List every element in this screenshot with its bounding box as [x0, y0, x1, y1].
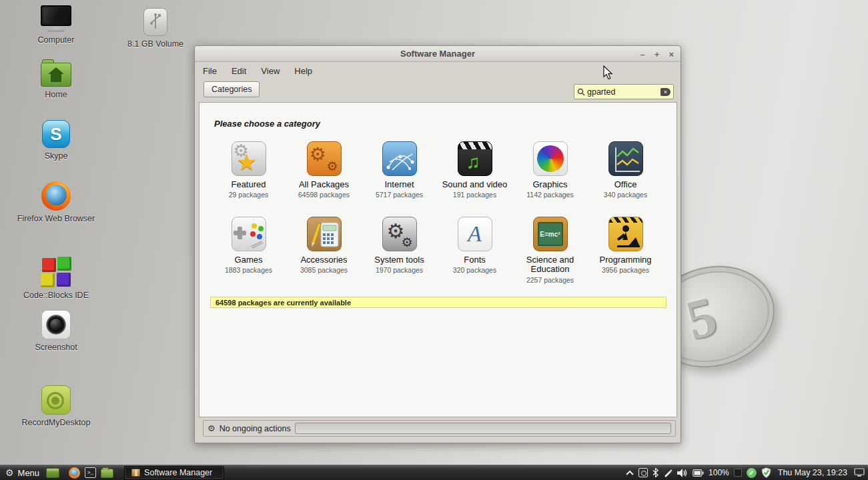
- search-box[interactable]: ×: [574, 84, 674, 99]
- system-tools-icon: ⚙⚙: [382, 217, 417, 251]
- sound-and-video-icon: ♫: [458, 141, 492, 176]
- category-office[interactable]: Office 340 packages: [588, 141, 663, 199]
- volume-icon[interactable]: [677, 469, 688, 477]
- skype-icon: S: [42, 120, 70, 148]
- desktop-icon-firefox[interactable]: Firefox Web Browser: [16, 181, 96, 223]
- menu-view[interactable]: View: [261, 66, 280, 76]
- camera-lens-icon: [41, 310, 71, 339]
- maximize-button[interactable]: +: [655, 50, 660, 59]
- desktop-icon-label: RecordMyDesktop: [22, 418, 91, 427]
- window-title: Software Manager: [400, 49, 475, 59]
- category-programming[interactable]: Programming 3956 packages: [588, 217, 663, 274]
- mouse-cursor: [602, 65, 614, 80]
- desktop-icon-recordmydesktop[interactable]: RecordMyDesktop: [16, 385, 96, 427]
- featured-icon: ⚙★: [232, 141, 266, 176]
- screenshot-tray-icon[interactable]: [734, 469, 742, 477]
- toolbar: Categories ×: [195, 79, 681, 103]
- desktop-icon-label: Code::Blocks IDE: [23, 291, 89, 300]
- software-manager-window: Software Manager – + × File Edit View He…: [194, 45, 681, 443]
- update-shield-icon[interactable]: [761, 467, 771, 478]
- internet-icon: [382, 141, 417, 176]
- desktop-icon-label: Screenshot: [35, 343, 77, 352]
- category-science-and-education[interactable]: E=mc² Science and Education 2257 package…: [512, 217, 588, 284]
- computer-icon: [41, 5, 71, 32]
- recorder-tray-icon[interactable]: [638, 468, 648, 477]
- desktop: 5 Computer 8.1 GB Volume Home S Skype Fi…: [0, 0, 868, 480]
- desktop-icon-computer[interactable]: Computer: [16, 5, 96, 45]
- search-input[interactable]: [587, 87, 659, 97]
- category-graphics[interactable]: Graphics 1142 packages: [512, 141, 588, 199]
- desktop-icon-codeblocks[interactable]: Code::Blocks IDE: [16, 257, 96, 300]
- desktop-icon-label: 8.1 GB Volume: [127, 39, 183, 49]
- desktop-icon-volume[interactable]: 8.1 GB Volume: [115, 8, 195, 49]
- category-fonts[interactable]: A Fonts 320 packages: [437, 217, 512, 274]
- minimize-button[interactable]: –: [640, 50, 645, 59]
- fonts-icon: A: [458, 217, 492, 251]
- workspace-monitor-icon[interactable]: [854, 468, 865, 477]
- usb-drive-icon: [143, 8, 167, 36]
- files-launcher-icon[interactable]: [101, 469, 113, 478]
- office-icon: [608, 141, 643, 176]
- recordmydesktop-icon: [41, 385, 71, 415]
- menu-file[interactable]: File: [203, 66, 217, 76]
- status-bar: ⚙ No ongoing actions: [203, 420, 676, 437]
- category-featured[interactable]: ⚙★ Featured 29 packages: [211, 141, 286, 199]
- clear-search-icon[interactable]: ×: [661, 88, 671, 96]
- category-system-tools[interactable]: ⚙⚙ System tools 1970 packages: [362, 217, 437, 274]
- category-internet[interactable]: Internet 5717 packages: [362, 141, 437, 199]
- titlebar[interactable]: Software Manager – + ×: [195, 46, 681, 62]
- bluetooth-icon[interactable]: [653, 468, 659, 477]
- firefox-launcher-icon[interactable]: [69, 467, 80, 479]
- desktop-icon-label: Home: [45, 90, 67, 99]
- menu-help[interactable]: Help: [294, 66, 312, 76]
- terminal-launcher-icon[interactable]: >_: [85, 467, 96, 478]
- system-tray: 100% ✓ Thu May 23, 19:23: [626, 465, 868, 480]
- category-all-packages[interactable]: ⚙⚙ All Packages 64598 packages: [286, 141, 362, 199]
- desktop-icon-label: Skype: [45, 151, 68, 161]
- menu-label: Menu: [18, 468, 40, 478]
- menu-gear-icon: ⚙: [5, 467, 14, 478]
- tray-expand-icon[interactable]: [626, 470, 634, 475]
- close-button[interactable]: ×: [669, 50, 674, 59]
- show-desktop-icon[interactable]: [46, 468, 59, 478]
- package-count-info-bar: 64598 packages are currently available: [210, 297, 667, 308]
- desktop-icon-label: Computer: [38, 35, 75, 45]
- category-accessories[interactable]: Accessories 3085 packages: [286, 217, 362, 274]
- progress-bar: [295, 423, 671, 434]
- task-button-label: Software Manager: [144, 468, 212, 477]
- desktop-icon-label: Firefox Web Browser: [17, 214, 95, 223]
- desktop-icon-skype[interactable]: S Skype: [16, 120, 96, 161]
- battery-percent: 100%: [709, 468, 729, 477]
- desktop-icon-home[interactable]: Home: [16, 59, 96, 99]
- category-games[interactable]: Games 1883 packages: [211, 217, 286, 274]
- menu-edit[interactable]: Edit: [232, 66, 246, 76]
- package-icon: [131, 469, 140, 477]
- clock[interactable]: Thu May 23, 19:23: [778, 468, 847, 477]
- menu-button[interactable]: ⚙ Menu: [0, 465, 46, 480]
- skype-status-icon[interactable]: ✓: [747, 468, 757, 478]
- category-panel: Please choose a category ⚙★ Featured 29 …: [199, 102, 677, 417]
- category-sound-and-video[interactable]: ♫ Sound and video 191 packages: [437, 141, 512, 199]
- search-icon: [577, 88, 585, 96]
- home-folder-icon: [41, 63, 71, 87]
- codeblocks-icon: [41, 257, 71, 287]
- wallpaper-disc-number: 5: [680, 283, 723, 352]
- all-packages-icon: ⚙⚙: [307, 141, 342, 176]
- science-and-education-icon: E=mc²: [533, 217, 568, 251]
- battery-icon[interactable]: [693, 469, 704, 477]
- accessories-icon: [307, 217, 342, 251]
- actions-gear-icon: ⚙: [207, 423, 215, 433]
- programming-icon: [608, 217, 643, 251]
- status-text: No ongoing actions: [220, 424, 291, 433]
- software-manager-task-button[interactable]: Software Manager: [124, 466, 224, 480]
- games-icon: [232, 217, 266, 251]
- pen-tablet-icon[interactable]: [663, 468, 673, 477]
- desktop-icon-screenshot[interactable]: Screenshot: [16, 310, 96, 352]
- graphics-icon: [533, 141, 568, 176]
- firefox-icon: [41, 181, 71, 211]
- category-heading: Please choose a category: [214, 119, 320, 129]
- taskbar: ⚙ Menu >_ Software Manager 100% ✓ Thu Ma…: [0, 465, 868, 480]
- categories-button[interactable]: Categories: [203, 81, 260, 97]
